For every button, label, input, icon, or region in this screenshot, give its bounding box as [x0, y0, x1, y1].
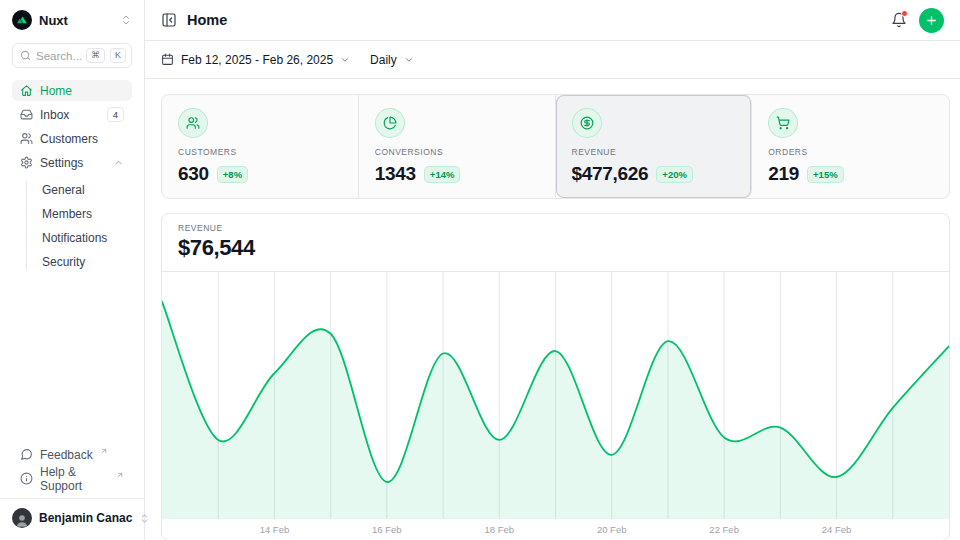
period-select[interactable]: Daily: [370, 53, 414, 67]
info-circle-icon: [20, 472, 33, 485]
stat-value: 219: [768, 163, 799, 185]
shopping-cart-icon: [768, 108, 798, 138]
sidebar: Nuxt ⌘ K Home Inbox 4: [0, 0, 145, 540]
sidebar-item-customers[interactable]: Customers: [12, 128, 132, 149]
sidebar-item-label: Inbox: [40, 108, 69, 122]
sidebar-item-label: Settings: [40, 156, 83, 170]
home-icon: [20, 84, 33, 97]
stat-card-conversions[interactable]: CONVERSIONS 1343 +14%: [359, 95, 556, 198]
collapse-sidebar-button[interactable]: [161, 12, 177, 28]
date-range-label: Feb 12, 2025 - Feb 26, 2025: [181, 53, 333, 67]
sidebar-nav: Home Inbox 4 Customers Settings: [12, 80, 132, 272]
stat-value: 1343: [375, 163, 416, 185]
header-actions: [891, 8, 944, 33]
stat-card-revenue[interactable]: REVENUE $477,626 +20%: [556, 95, 753, 198]
stat-delta-badge: +20%: [656, 166, 693, 183]
inbox-icon: [20, 108, 33, 121]
pie-chart-icon: [375, 108, 405, 138]
stat-label: REVENUE: [572, 147, 736, 157]
svg-text:18 Feb: 18 Feb: [485, 524, 515, 535]
sidebar-item-members[interactable]: Members: [36, 203, 132, 224]
inbox-count-badge: 4: [107, 107, 124, 122]
sidebar-item-label: Members: [42, 207, 92, 221]
sidebar-item-home[interactable]: Home: [12, 80, 132, 101]
svg-text:16 Feb: 16 Feb: [372, 524, 402, 535]
dollar-circle-icon: [572, 108, 602, 138]
sidebar-item-inbox[interactable]: Inbox 4: [12, 104, 132, 125]
user-avatar: [12, 508, 32, 528]
footer-link-label: Feedback: [40, 448, 93, 462]
sidebar-item-label: Notifications: [42, 231, 107, 245]
svg-text:22 Feb: 22 Feb: [709, 524, 739, 535]
sidebar-item-settings[interactable]: Settings: [12, 152, 132, 173]
search-input[interactable]: [36, 50, 81, 62]
stats-row: CUSTOMERS 630 +8% CONVERSIONS 1343 +14%: [161, 94, 950, 199]
page-header: Home: [145, 0, 960, 41]
chart-metric-label: REVENUE: [178, 223, 933, 233]
stat-delta-badge: +8%: [217, 166, 248, 183]
date-range-picker[interactable]: Feb 12, 2025 - Feb 26, 2025: [161, 53, 350, 67]
sidebar-item-label: General: [42, 183, 85, 197]
sidebar-item-security[interactable]: Security: [36, 251, 132, 272]
settings-submenu: General Members Notifications Security: [12, 179, 132, 272]
stat-delta-badge: +15%: [807, 166, 844, 183]
feedback-link[interactable]: Feedback: [12, 444, 132, 465]
chevron-up-icon: [113, 157, 124, 168]
svg-text:14 Feb: 14 Feb: [260, 524, 290, 535]
gear-icon: [20, 156, 33, 169]
main-panel: Home Feb 12, 2025 - Feb 26, 2025 Daily: [145, 0, 960, 540]
sidebar-item-general[interactable]: General: [36, 179, 132, 200]
dashboard-content: CUSTOMERS 630 +8% CONVERSIONS 1343 +14%: [145, 79, 960, 540]
stat-card-orders[interactable]: ORDERS 219 +15%: [752, 95, 949, 198]
workspace-switcher[interactable]: Nuxt: [12, 10, 132, 30]
notifications-button[interactable]: [891, 12, 907, 28]
search-box[interactable]: ⌘ K: [12, 43, 132, 68]
panel-left-close-icon: [161, 12, 177, 28]
user-name: Benjamin Canac: [39, 511, 132, 525]
plus-icon: [925, 14, 938, 27]
sidebar-footer-links: Feedback Help & Support: [12, 444, 132, 489]
chevrons-up-down-icon: [120, 14, 132, 26]
chart-header: REVENUE $76,544: [162, 214, 949, 272]
external-link-icon: [116, 471, 124, 479]
chevron-down-icon: [404, 55, 414, 65]
stat-value: $477,626: [572, 163, 649, 185]
nuxt-logo-icon: [12, 10, 32, 30]
svg-text:24 Feb: 24 Feb: [822, 524, 852, 535]
chat-bubble-icon: [20, 448, 33, 461]
sidebar-item-label: Customers: [40, 132, 98, 146]
user-menu[interactable]: Benjamin Canac: [0, 498, 144, 530]
help-support-link[interactable]: Help & Support: [12, 468, 132, 489]
search-icon: [20, 50, 31, 61]
chart-metric-value: $76,544: [178, 235, 933, 261]
kbd-cmd: ⌘: [86, 48, 105, 62]
users-icon: [20, 132, 33, 145]
add-button[interactable]: [919, 8, 944, 33]
stat-label: CONVERSIONS: [375, 147, 539, 157]
workspace-name: Nuxt: [39, 13, 113, 28]
footer-link-label: Help & Support: [40, 465, 109, 493]
chevron-down-icon: [340, 55, 350, 65]
calendar-icon: [161, 53, 174, 66]
external-link-icon: [100, 447, 108, 455]
page-title: Home: [187, 12, 227, 28]
stat-value: 630: [178, 163, 209, 185]
stat-label: CUSTOMERS: [178, 147, 342, 157]
stat-delta-badge: +14%: [424, 166, 461, 183]
sidebar-item-label: Security: [42, 255, 85, 269]
users-icon: [178, 108, 208, 138]
revenue-chart-card: REVENUE $76,544 14 Feb16 Feb18 Feb20 Feb…: [161, 213, 950, 540]
stat-card-customers[interactable]: CUSTOMERS 630 +8%: [162, 95, 359, 198]
sidebar-spacer: [12, 272, 132, 444]
stat-label: ORDERS: [768, 147, 933, 157]
period-label: Daily: [370, 53, 397, 67]
notification-dot: [901, 10, 908, 17]
sidebar-item-label: Home: [40, 84, 72, 98]
kbd-k: K: [110, 48, 126, 62]
svg-text:20 Feb: 20 Feb: [597, 524, 627, 535]
revenue-area-chart[interactable]: 14 Feb16 Feb18 Feb20 Feb22 Feb24 Feb: [162, 272, 949, 540]
filters-toolbar: Feb 12, 2025 - Feb 26, 2025 Daily: [145, 41, 960, 79]
sidebar-item-notifications[interactable]: Notifications: [36, 227, 132, 248]
